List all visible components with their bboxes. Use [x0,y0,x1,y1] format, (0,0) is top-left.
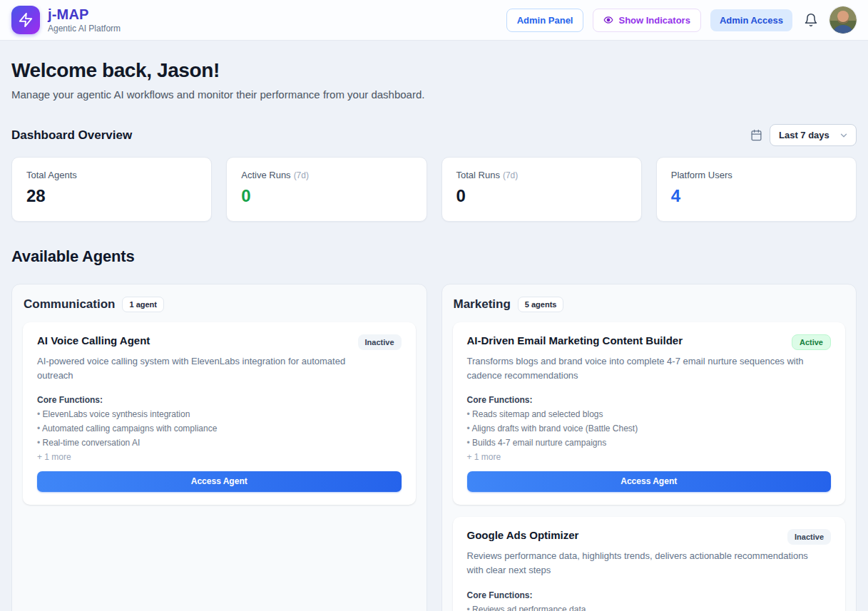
user-avatar[interactable] [829,6,857,34]
core-function-item: Builds 4-7 email nurture campaigns [467,438,832,448]
status-badge: Inactive [358,334,402,350]
core-function-item: Reviews ad performance data [467,605,832,611]
category-name: Marketing [454,297,511,312]
stat-card-platform-users: Platform Users 4 [656,157,857,222]
more-functions-label: + 1 more [37,452,402,462]
core-functions-label: Core Functions: [467,395,832,405]
show-indicators-label: Show Indicators [618,15,690,26]
category-count-badge: 1 agent [122,297,164,312]
agent-card-ai-voice-calling: AI Voice Calling Agent Inactive AI-power… [23,322,416,505]
admin-panel-label: Admin Panel [517,15,573,26]
eye-icon [603,15,613,25]
agent-name: AI-Driven Email Marketing Content Builde… [467,334,683,346]
agent-categories-grid: Communication 1 agent AI Voice Calling A… [11,284,857,611]
stat-value: 28 [26,186,197,206]
core-function-item: Automated calling campaigns with complia… [37,423,402,433]
core-functions-label: Core Functions: [37,395,402,405]
brand: j-MAP Agentic AI Platform [11,6,121,34]
core-function-item: Aligns drafts with brand voice (Battle C… [467,423,832,433]
agent-name: AI Voice Calling Agent [37,334,150,346]
admin-access-badge: Admin Access [710,9,792,31]
stat-card-total-runs: Total Runs(7d) 0 [441,157,642,222]
show-indicators-button[interactable]: Show Indicators [593,9,700,32]
stat-label: Platform Users [671,170,732,180]
stats-grid: Total Agents 28 Active Runs(7d) 0 Total … [11,157,857,222]
notifications-bell-icon[interactable] [802,13,820,27]
page-title: Welcome back, Jason! [11,59,857,82]
top-bar: j-MAP Agentic AI Platform Admin Panel Sh… [0,0,868,41]
core-functions-label: Core Functions: [467,590,832,600]
stat-card-active-runs: Active Runs(7d) 0 [226,157,427,222]
available-agents-heading: Available Agents [11,247,857,266]
agent-description: Reviews performance data, highlights tre… [467,549,810,577]
agent-description: AI-powered voice calling system with Ele… [37,354,379,383]
core-function-item: Reads sitemap and selected blogs [467,409,832,419]
stat-label: Total Agents [26,170,77,180]
chevron-down-icon [839,130,849,140]
core-function-item: ElevenLabs voice synthesis integration [37,409,402,419]
category-panel-marketing: Marketing 5 agents AI-Driven Email Marke… [441,284,857,611]
stat-label: Active Runs [241,170,290,180]
agent-card-email-marketing-builder: AI-Driven Email Marketing Content Builde… [453,322,846,505]
stat-value: 0 [456,186,627,206]
core-function-item: Real-time conversation AI [37,438,402,448]
category-panel-communication: Communication 1 agent AI Voice Calling A… [11,284,427,611]
category-count-badge: 5 agents [518,297,564,312]
stat-value: 0 [241,186,412,206]
agent-description: Transforms blogs and brand voice into co… [467,354,810,383]
stat-suffix: (7d) [503,170,518,180]
stat-card-total-agents: Total Agents 28 [11,157,212,222]
access-agent-button[interactable]: Access Agent [37,471,402,492]
dashboard-overview-heading: Dashboard Overview [11,128,132,143]
stat-suffix: (7d) [294,170,309,180]
agent-name: Google Ads Optimizer [467,529,579,541]
stat-value: 4 [671,186,842,206]
date-range-value: Last 7 days [779,130,829,140]
app-logo-lightning-icon [11,6,40,34]
category-name: Communication [24,297,115,312]
access-agent-button[interactable]: Access Agent [467,471,832,492]
more-functions-label: + 1 more [467,452,832,462]
date-range-select[interactable]: Last 7 days [770,124,857,146]
page-subtitle: Manage your agentic AI workflows and mon… [11,88,857,101]
app-tagline: Agentic AI Platform [48,24,121,34]
calendar-icon [750,129,762,141]
admin-panel-button[interactable]: Admin Panel [506,9,584,32]
agent-card-google-ads-optimizer: Google Ads Optimizer Inactive Reviews pe… [453,517,846,611]
status-badge: Active [792,334,831,350]
stat-label: Total Runs [456,170,500,180]
app-title: j-MAP [48,6,121,23]
status-badge: Inactive [787,529,831,545]
